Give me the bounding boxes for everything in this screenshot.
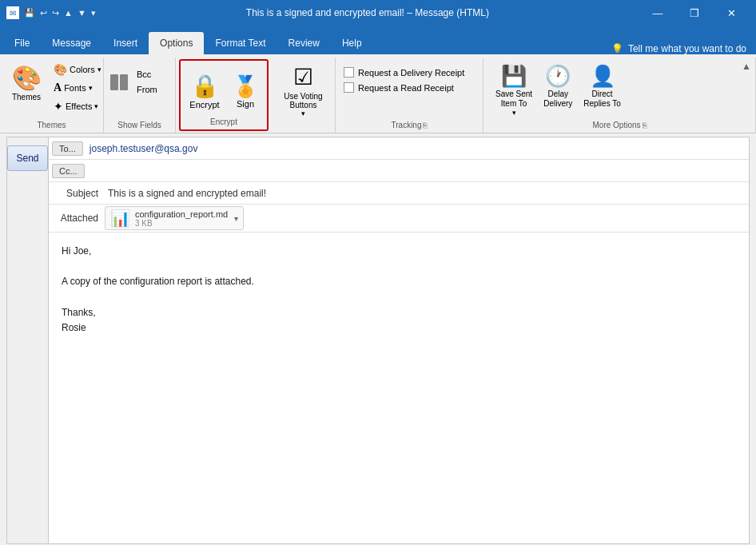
from-label: From: [137, 85, 157, 94]
subject-row: Subject: [49, 182, 749, 205]
to-button[interactable]: To...: [52, 141, 83, 156]
undo-quick-btn[interactable]: ↩: [40, 8, 47, 18]
up-quick-btn[interactable]: ▲: [64, 8, 73, 18]
themes-btn[interactable]: 🎨 Themes: [5, 61, 48, 103]
to-row: To...: [49, 137, 749, 160]
read-receipt-row[interactable]: Request a Read Receipt: [344, 82, 464, 93]
themes-group: 🎨 Themes 🎨 Colors ▾ A Fonts ▾ ✦ Effects …: [0, 58, 104, 133]
save-sent-btn[interactable]: 💾 Save Sent Item To ▾: [491, 61, 536, 117]
tab-file[interactable]: File: [3, 32, 41, 54]
attached-label: Attached: [49, 213, 105, 224]
encrypt-icon: 🔒: [191, 74, 219, 99]
email-body[interactable]: Hi Joe, A copy of the configuration repo…: [49, 233, 749, 543]
sign-btn[interactable]: 🏅 Sign: [227, 64, 264, 117]
redo-quick-btn[interactable]: ↪: [52, 8, 59, 18]
voting-label: Use Voting Buttons: [284, 92, 322, 109]
down-quick-btn[interactable]: ▼: [78, 8, 86, 18]
effects-icon: ✦: [54, 100, 63, 113]
themes-group-label: Themes: [5, 121, 98, 133]
window-title: This is a signed and encrypted email! – …: [96, 7, 639, 18]
to-input[interactable]: [86, 141, 749, 157]
save-sent-icon: 💾: [501, 65, 527, 88]
attach-row: Attached 📊 configuration_report.md 3 KB …: [49, 205, 749, 233]
ribbon-collapse-btn[interactable]: ▲: [742, 61, 751, 72]
sign-label: Sign: [237, 99, 254, 109]
fonts-label: Fonts: [64, 83, 86, 93]
delivery-receipt-label: Request a Delivery Receipt: [358, 68, 464, 78]
app-icon: ✉: [6, 6, 19, 19]
delivery-receipt-checkbox[interactable]: [344, 67, 354, 78]
effects-btn[interactable]: ✦ Effects ▾: [50, 97, 105, 115]
attachment-dropdown-icon[interactable]: ▾: [234, 214, 238, 223]
tab-help[interactable]: Help: [331, 32, 373, 54]
ribbon-tabs: File Message Insert Options Format Text …: [0, 26, 756, 54]
more-options-expand-icon[interactable]: ⎘: [643, 121, 647, 129]
bcc-btn[interactable]: Bcc: [133, 67, 161, 82]
more-options-group: 💾 Save Sent Item To ▾ 🕐 Delay Delivery 👤…: [483, 58, 756, 133]
email-fields: To... Cc... Subject Attached 📊 configura…: [49, 137, 749, 543]
tracking-group-label: Tracking ⎘: [340, 121, 478, 133]
encrypt-label: Encrypt: [189, 100, 219, 110]
delivery-receipt-row[interactable]: Request a Delivery Receipt: [344, 67, 464, 78]
delay-delivery-btn[interactable]: 🕐 Delay Delivery: [539, 61, 576, 109]
colors-label: Colors: [70, 65, 95, 74]
quick-access-toolbar: 💾 ↩ ↪ ▲ ▼ ▾: [24, 8, 96, 18]
tell-me-bar[interactable]: 💡 Tell me what you want to do: [605, 43, 753, 54]
attachment-file[interactable]: 📊 configuration_report.md 3 KB ▾: [105, 206, 244, 230]
subject-input[interactable]: [105, 185, 749, 201]
minimize-btn[interactable]: —: [639, 0, 676, 26]
tab-review[interactable]: Review: [277, 32, 331, 54]
tracking-group: Request a Delivery Receipt Request a Rea…: [336, 58, 483, 133]
delay-delivery-icon: 🕐: [545, 65, 571, 88]
title-bar: ✉ 💾 ↩ ↪ ▲ ▼ ▾ This is a signed and encry…: [0, 0, 756, 26]
more-options-group-label: More Options ⎘: [488, 121, 750, 133]
send-button[interactable]: Send: [7, 145, 47, 171]
close-btn[interactable]: ✕: [713, 0, 750, 26]
attachment-size: 3 KB: [135, 219, 228, 228]
voting-btn[interactable]: ☑ Use Voting Buttons ▾: [280, 61, 328, 117]
cc-row: Cc...: [49, 160, 749, 182]
show-fields-label: Show Fields: [109, 121, 170, 133]
svg-rect-0: [110, 74, 118, 90]
delay-delivery-label: Delay Delivery: [543, 90, 572, 109]
direct-replies-label: Direct Replies To: [583, 90, 621, 109]
tab-message[interactable]: Message: [41, 32, 102, 54]
save-sent-label: Save Sent Item To: [495, 90, 532, 109]
themes-icon: 🎨: [12, 65, 42, 91]
tab-insert[interactable]: Insert: [102, 32, 149, 54]
encrypt-btn[interactable]: 🔒 Encrypt: [184, 64, 225, 117]
voting-icon: ☑: [293, 64, 313, 90]
voting-group: ☑ Use Voting Buttons ▾: [272, 58, 336, 133]
ribbon: 🎨 Themes 🎨 Colors ▾ A Fonts ▾ ✦ Effects …: [0, 54, 756, 133]
effects-arrow-icon: ▾: [94, 102, 98, 110]
fonts-btn[interactable]: A Fonts ▾: [50, 79, 105, 97]
subject-label: Subject: [49, 188, 105, 199]
read-receipt-checkbox[interactable]: [344, 82, 354, 93]
cc-input[interactable]: [88, 163, 749, 179]
cc-button[interactable]: Cc...: [52, 164, 85, 178]
tracking-expand-icon[interactable]: ⎘: [423, 121, 427, 129]
window-controls: — ❒ ✕: [639, 0, 750, 26]
read-receipt-label: Request a Read Receipt: [358, 83, 454, 93]
show-fields-group: Bcc From Show Fields: [104, 58, 176, 133]
from-btn[interactable]: From: [133, 82, 161, 97]
attachment-name: configuration_report.md: [135, 209, 228, 219]
attachment-icon: 📊: [110, 209, 130, 228]
voting-arrow-icon: ▾: [301, 109, 305, 117]
effects-label: Effects: [66, 101, 92, 111]
customize-quick-btn[interactable]: ▾: [91, 8, 96, 18]
bcc-label: Bcc: [137, 70, 151, 79]
colors-icon: 🎨: [54, 63, 67, 76]
restore-btn[interactable]: ❒: [676, 0, 713, 26]
main-content: Send To... Cc... Subject Attached: [0, 133, 756, 545]
svg-rect-1: [120, 74, 128, 90]
encrypt-group: 🔒 Encrypt 🏅 Sign Encrypt: [179, 59, 269, 131]
save-quick-btn[interactable]: 💾: [24, 8, 35, 18]
fonts-icon: A: [54, 82, 62, 94]
tab-options[interactable]: Options: [149, 32, 204, 54]
email-compose-area: Send To... Cc... Subject Attached: [6, 137, 750, 544]
tab-format-text[interactable]: Format Text: [204, 32, 277, 54]
colors-btn[interactable]: 🎨 Colors ▾: [50, 61, 105, 78]
sign-icon: 🏅: [233, 75, 258, 98]
direct-replies-btn[interactable]: 👤 Direct Replies To: [579, 61, 625, 109]
